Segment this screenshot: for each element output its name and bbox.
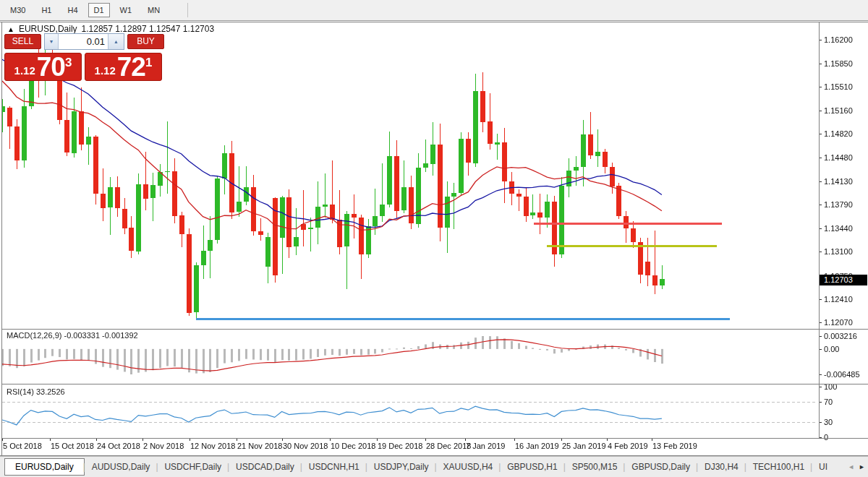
chart-tab-gbpusd-h1[interactable]: GBPUSD,H1 — [500, 459, 564, 475]
chart-tab-sp500-m15[interactable]: SP500,M15 — [565, 459, 625, 475]
rsi-axis-label: 0 — [824, 433, 828, 442]
chart-tab-xauusd-h4[interactable]: XAUUSD,H4 — [436, 459, 501, 475]
price-axis-label: 1.16200 — [824, 35, 853, 44]
chart-tab-dj30-h4[interactable]: DJ30,H4 — [697, 459, 746, 475]
buy-price-small: 1.12 — [95, 64, 116, 78]
volume-stepper: ▼ ▲ — [44, 33, 124, 50]
time-axis-label: 12 Nov 2018 — [190, 442, 235, 450]
price-axis-label: 1.12410 — [824, 295, 853, 304]
time-axis-label: 10 Dec 2018 — [331, 442, 375, 450]
chart-tab-audusd-daily[interactable]: AUDUSD,Daily — [85, 459, 158, 475]
time-axis-label: 28 Dec 2018 — [426, 442, 471, 450]
time-axis-label: 24 Oct 2018 — [97, 442, 140, 450]
chart-tab-usdcnh-h1[interactable]: USDCNH,H1 — [302, 459, 367, 475]
time-axis-label: 21 Nov 2018 — [237, 442, 282, 450]
trading-platform: M30H1H4D1W1MN ▲ EURUSD,Daily 1.12857 1.1… — [0, 0, 868, 477]
toolbar-separator — [187, 3, 188, 17]
chart-tab-eurusd-daily[interactable]: EURUSD,Daily — [4, 458, 85, 476]
price-axis-label: 1.14820 — [824, 129, 853, 138]
ohlc-values: 1.12857 1.12897 1.12547 1.12703 — [82, 24, 215, 34]
timeframe-button-h1[interactable]: H1 — [35, 3, 57, 17]
volume-input[interactable] — [59, 34, 108, 49]
volume-increase-icon[interactable]: ▲ — [108, 34, 124, 49]
chart-tab-usdchf-daily[interactable]: USDCHF,Daily — [157, 459, 229, 475]
chart-tab-tech100-h1[interactable]: TECH100,H1 — [746, 459, 812, 475]
symbol-title: EURUSD,Daily — [19, 24, 77, 34]
timeframe-button-d1[interactable]: D1 — [88, 3, 110, 17]
chart-window-border-left — [1, 22, 2, 455]
buy-button[interactable]: BUY — [127, 34, 164, 49]
chart-tab-usdjpy-daily[interactable]: USDJPY,Daily — [367, 459, 436, 475]
timeframe-button-w1[interactable]: W1 — [114, 3, 138, 17]
price-axis-label: 1.14480 — [824, 153, 853, 162]
time-axis-label: 30 Nov 2018 — [283, 442, 328, 450]
timeframe-button-m30[interactable]: M30 — [4, 3, 31, 17]
rsi-panel-separator[interactable] — [2, 384, 868, 384]
chart-window-border-top — [0, 22, 868, 22]
price-axis-label: 1.13100 — [824, 247, 853, 256]
time-axis-label: 13 Feb 2019 — [652, 442, 697, 450]
time-axis-label: 19 Dec 2018 — [378, 442, 422, 450]
chart-tab-gbpusd-daily[interactable]: GBPUSD,Daily — [624, 459, 697, 475]
current-price-badge: 1.12703 — [820, 275, 867, 285]
chart-tab-bar: EURUSD,DailyAUDUSD,DailyUSDCHF,DailyUSDC… — [0, 456, 868, 477]
sell-price-button[interactable]: 1.12 70 3 — [4, 53, 82, 81]
time-axis-label: 4 Feb 2019 — [608, 442, 648, 450]
buy-price-button[interactable]: 1.12 72 1 — [85, 53, 162, 81]
one-click-trade-widget: SELL ▼ ▲ BUY 1.12 70 3 1.12 72 1 — [4, 33, 166, 81]
time-axis-label: 15 Oct 2018 — [51, 442, 94, 450]
time-axis-label: 7 Jan 2019 — [466, 442, 505, 450]
macd-axis-label: 0.00 — [824, 345, 839, 353]
timeframe-button-mn[interactable]: MN — [142, 3, 166, 17]
time-axis-label: 16 Jan 2019 — [515, 442, 559, 450]
macd-axis-label: 0.003216 — [824, 332, 857, 340]
rsi-axis-label: 70 — [824, 398, 833, 406]
macd-axis-label: -0.006485 — [824, 370, 860, 379]
volume-decrease-icon[interactable]: ▼ — [45, 34, 59, 49]
timeframe-button-h4[interactable]: H4 — [61, 3, 83, 17]
buy-price-sup: 1 — [145, 58, 152, 68]
macd-panel-separator[interactable] — [2, 329, 868, 330]
timeframe-toolbar: M30H1H4D1W1MN — [0, 0, 868, 21]
price-axis-label: 1.12070 — [824, 318, 853, 327]
price-axis-label: 1.15510 — [824, 82, 853, 91]
rsi-label: RSI(14) 33.2526 — [7, 387, 65, 396]
tab-scroll-left-icon[interactable]: ◄ — [848, 463, 854, 470]
chart-title: ▲ EURUSD,Daily 1.12857 1.12897 1.12547 1… — [7, 24, 214, 34]
price-axis-border — [819, 22, 820, 438]
tab-scroll-right-icon[interactable]: ► — [859, 463, 865, 470]
buy-price-big: 72 — [117, 56, 145, 78]
sell-button[interactable]: SELL — [4, 34, 41, 49]
sell-price-big: 70 — [37, 56, 65, 78]
sell-price-sup: 3 — [65, 58, 72, 68]
chart-tab-ui[interactable]: UI — [812, 459, 835, 475]
price-axis-label: 1.13790 — [824, 200, 853, 209]
price-axis-label: 1.15850 — [824, 59, 853, 68]
time-axis-label: 2 Nov 2018 — [143, 442, 184, 450]
price-axis-label: 1.13440 — [824, 224, 853, 233]
macd-label: MACD(12,26,9) -0.003331 -0.001392 — [7, 331, 138, 340]
symbol-marker-icon: ▲ — [7, 25, 14, 33]
price-axis-label: 1.14130 — [824, 177, 853, 186]
sell-price-small: 1.12 — [14, 64, 35, 78]
price-axis-label: 1.15160 — [824, 106, 853, 115]
time-axis-separator — [2, 438, 868, 439]
chart-tab-usdcad-daily[interactable]: USDCAD,Daily — [229, 459, 302, 475]
rsi-axis-label: 30 — [824, 418, 833, 426]
time-axis-label: 5 Oct 2018 — [3, 442, 42, 450]
time-axis-label: 25 Jan 2019 — [562, 442, 606, 450]
